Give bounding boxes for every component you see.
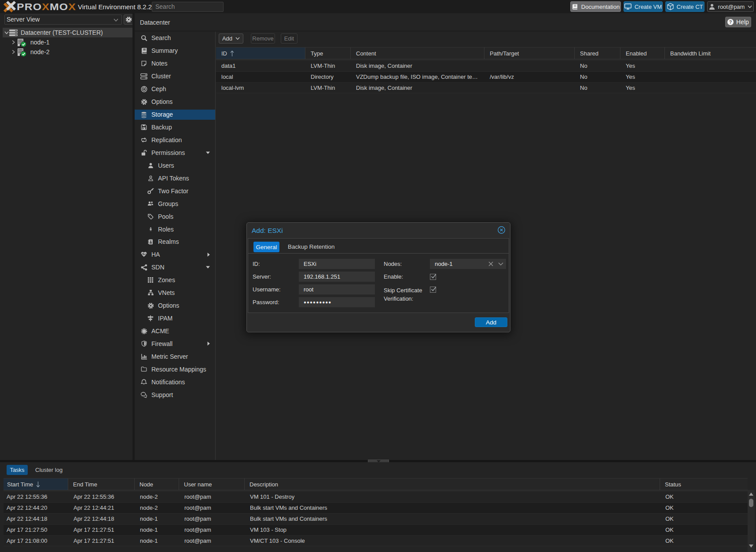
svg-text:?: ? xyxy=(729,19,732,25)
